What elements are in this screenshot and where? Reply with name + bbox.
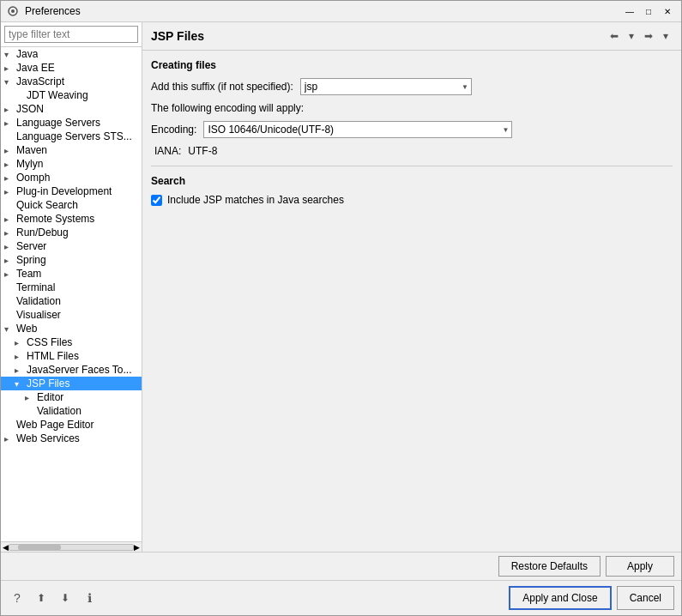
right-body: Creating files Add this suffix (if not s… xyxy=(142,51,681,552)
minimize-button[interactable]: — xyxy=(621,4,638,18)
forward-button[interactable]: ➡ xyxy=(640,27,657,45)
close-button[interactable]: ✕ xyxy=(659,4,676,18)
tree-item-jsp-files[interactable]: ▾JSP Files xyxy=(1,377,142,390)
forward-dropdown-button[interactable]: ▾ xyxy=(659,27,673,45)
scroll-left-btn[interactable]: ◀ xyxy=(3,543,9,552)
help-icon: ? xyxy=(14,591,21,605)
tree-item-server[interactable]: ▸Server xyxy=(1,239,142,253)
tree-label-json: JSON xyxy=(16,103,44,115)
tree-item-maven[interactable]: ▸Maven xyxy=(1,143,142,157)
tree-item-web[interactable]: ▾Web xyxy=(1,322,142,335)
tree-label-jsp-files: JSP Files xyxy=(27,377,69,390)
tree-label-quick-search: Quick Search xyxy=(16,199,78,211)
tree-item-run-debug[interactable]: ▸Run/Debug xyxy=(1,226,142,239)
tree-item-validation2[interactable]: Validation xyxy=(1,404,142,418)
tree-item-mylyn[interactable]: ▸Mylyn xyxy=(1,157,142,171)
tree-item-javaserver-faces[interactable]: ▸JavaServer Faces To... xyxy=(1,363,142,377)
tree-label-web-services: Web Services xyxy=(16,432,80,444)
tree-item-spring[interactable]: ▸Spring xyxy=(1,253,142,267)
tree-item-javascript[interactable]: ▾JavaScript xyxy=(1,75,142,88)
filter-input[interactable] xyxy=(4,26,138,43)
tree-label-language-servers-sts: Language Servers STS... xyxy=(16,130,132,142)
tree-arrow-javascript: ▾ xyxy=(4,77,15,87)
tree-item-java[interactable]: ▾Java xyxy=(1,47,142,61)
scrollbar-thumb xyxy=(18,545,61,550)
tree-arrow-run-debug: ▸ xyxy=(4,228,15,238)
tree-arrow-editor: ▸ xyxy=(25,393,35,402)
jsp-matches-label: Include JSP matches in Java searches xyxy=(167,194,344,206)
section-divider xyxy=(151,166,673,166)
encoding-select[interactable]: ISO 10646/Unicode(UTF-8) UTF-8 UTF-16 US… xyxy=(203,121,512,138)
jsp-matches-checkbox[interactable] xyxy=(151,195,162,206)
bottom-actions: Restore Defaults Apply xyxy=(1,553,681,581)
suffix-label: Add this suffix (if not specified): xyxy=(151,81,293,93)
maximize-button[interactable]: □ xyxy=(640,4,657,18)
tree-label-plug-in-dev: Plug-in Development xyxy=(16,185,112,197)
scroll-right-btn[interactable]: ▶ xyxy=(134,543,140,552)
bottom-footer: ? ⬆ ⬇ ℹ Apply and Close Cancel xyxy=(1,581,681,615)
info-button[interactable]: ℹ xyxy=(80,589,99,607)
apply-and-close-button[interactable]: Apply and Close xyxy=(509,586,611,610)
tree-label-javascript: JavaScript xyxy=(16,75,64,88)
tree-item-web-page-editor[interactable]: Web Page Editor xyxy=(1,418,142,432)
tree-arrow-css-files: ▸ xyxy=(15,338,25,347)
suffix-select[interactable]: jsp jspx xyxy=(300,78,472,95)
tree-label-web-page-editor: Web Page Editor xyxy=(16,419,94,431)
tree-item-visualiser[interactable]: Visualiser xyxy=(1,308,142,322)
bottom-bar: Restore Defaults Apply ? ⬆ ⬇ ℹ Apply and… xyxy=(1,552,681,615)
cancel-button[interactable]: Cancel xyxy=(617,586,674,610)
tree-arrow-mylyn: ▸ xyxy=(4,160,15,169)
iana-row: IANA: UTF-8 xyxy=(151,145,673,157)
jsp-matches-row: Include JSP matches in Java searches xyxy=(151,194,673,206)
tree-item-validation[interactable]: Validation xyxy=(1,294,142,308)
back-button[interactable]: ⬅ xyxy=(606,27,623,45)
tree-label-maven: Maven xyxy=(16,144,47,156)
tree-item-language-servers[interactable]: ▸Language Servers xyxy=(1,116,142,130)
nav-dropdown-button[interactable]: ▾ xyxy=(625,27,638,45)
tree-item-java-ee[interactable]: ▸Java EE xyxy=(1,61,142,75)
tree-item-plug-in-dev[interactable]: ▸Plug-in Development xyxy=(1,184,142,198)
horizontal-scrollbar[interactable]: ◀ ▶ xyxy=(1,541,142,552)
tree-label-team: Team xyxy=(16,268,41,280)
encoding-label: Encoding: xyxy=(151,124,196,136)
window-controls: — □ ✕ xyxy=(621,4,676,18)
tree-container[interactable]: ▾Java▸Java EE▾JavaScriptJDT Weaving▸JSON… xyxy=(1,47,142,541)
tree-arrow-java-ee: ▸ xyxy=(4,63,15,73)
filter-wrapper xyxy=(1,22,142,47)
tree-label-run-debug: Run/Debug xyxy=(16,226,69,239)
tree-item-css-files[interactable]: ▸CSS Files xyxy=(1,335,142,349)
tree-label-oomph: Oomph xyxy=(16,172,50,184)
tree-item-language-servers-sts[interactable]: Language Servers STS... xyxy=(1,130,142,143)
tree-item-web-services[interactable]: ▸Web Services xyxy=(1,432,142,445)
title-bar: Preferences — □ ✕ xyxy=(1,1,681,22)
help-button[interactable]: ? xyxy=(8,589,27,607)
footer-icons: ? ⬆ ⬇ ℹ xyxy=(8,589,99,607)
left-panel: ▾Java▸Java EE▾JavaScriptJDT Weaving▸JSON… xyxy=(1,22,142,552)
tree-item-editor[interactable]: ▸Editor xyxy=(1,390,142,404)
suffix-row: Add this suffix (if not specified): jsp … xyxy=(151,78,673,95)
tree-item-html-files[interactable]: ▸HTML Files xyxy=(1,349,142,363)
tree-item-team[interactable]: ▸Team xyxy=(1,267,142,281)
search-section: Search Include JSP matches in Java searc… xyxy=(151,175,673,206)
tree-item-remote-systems[interactable]: ▸Remote Systems xyxy=(1,212,142,226)
export-button[interactable]: ⬆ xyxy=(32,589,51,607)
encoding-description-label: The following encoding will apply: xyxy=(151,102,304,114)
tree-arrow-oomph: ▸ xyxy=(4,173,15,183)
tree-item-quick-search[interactable]: Quick Search xyxy=(1,198,142,212)
tree-item-json[interactable]: ▸JSON xyxy=(1,102,142,116)
tree-arrow-java: ▾ xyxy=(4,50,15,59)
tree-item-jdt-weaving[interactable]: JDT Weaving xyxy=(1,88,142,102)
restore-defaults-button[interactable]: Restore Defaults xyxy=(498,556,601,577)
preferences-window: Preferences — □ ✕ ▾Java▸Java EE▾JavaScri… xyxy=(0,0,682,616)
tree-arrow-plug-in-dev: ▸ xyxy=(4,187,15,196)
iana-label: IANA: xyxy=(151,145,181,157)
tree-item-terminal[interactable]: Terminal xyxy=(1,281,142,294)
tree-item-oomph[interactable]: ▸Oomph xyxy=(1,171,142,184)
tree-arrow-server: ▸ xyxy=(4,242,15,251)
import-button[interactable]: ⬇ xyxy=(56,589,75,607)
tree-label-html-files: HTML Files xyxy=(27,350,79,362)
iana-value: UTF-8 xyxy=(188,145,217,157)
apply-button[interactable]: Apply xyxy=(606,556,674,577)
tree-label-java: Java xyxy=(16,48,38,60)
tree-label-java-ee: Java EE xyxy=(16,62,55,74)
